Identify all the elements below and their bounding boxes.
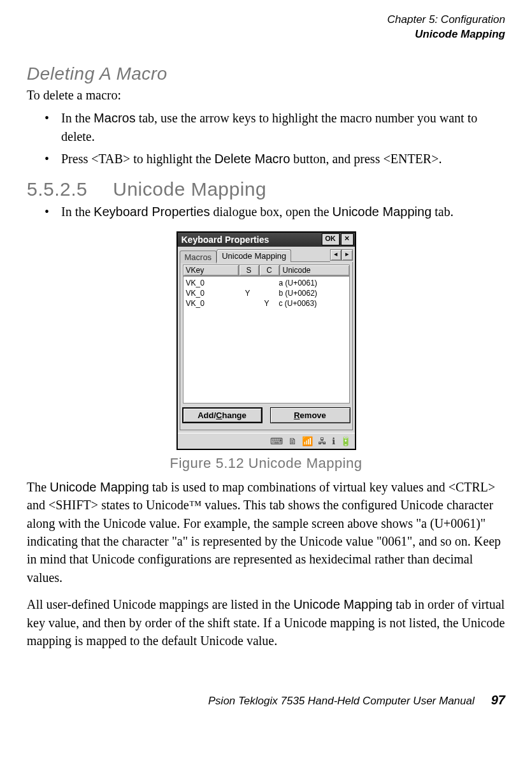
header-topic: Unicode Mapping — [27, 27, 505, 42]
paragraph-order: All user-defined Unicode mappings are li… — [27, 595, 505, 650]
tray-doc-icon[interactable]: 🗎 — [288, 436, 297, 446]
header-chapter: Chapter 5: Configuration — [27, 13, 505, 27]
keyboard-properties-dialog: Keyboard Properties OK × Macros Unicode … — [176, 231, 356, 450]
deleting-intro: To delete a macro: — [27, 88, 505, 103]
section-step: In the Keyboard Properties dialogue box,… — [27, 203, 505, 221]
ui-term: Keyboard Properties — [94, 205, 210, 219]
system-tray: ⌨ 🗎 📶 🖧 ℹ 🔋 — [178, 433, 355, 449]
ui-term: Delete Macro — [214, 152, 290, 166]
col-vkey[interactable]: VKey — [183, 265, 239, 276]
tab-strip: Macros Unicode Mapping ◂ ▸ — [178, 247, 355, 262]
tray-signal-icon[interactable]: 📶 — [302, 436, 313, 446]
ui-term: Unicode Mapping — [293, 597, 392, 611]
tab-unicode-mapping[interactable]: Unicode Mapping — [217, 249, 291, 262]
dialog-title: Keyboard Properties — [182, 235, 320, 245]
tray-battery-icon[interactable]: 🔋 — [340, 436, 351, 446]
table-row[interactable]: VK_0 Y c (U+0063) — [183, 298, 349, 309]
mapping-list[interactable]: VK_0 a (U+0061) VK_0 Y b (U+0062) VK_0 — [183, 276, 350, 403]
col-s[interactable]: S — [239, 265, 259, 276]
page-header: Chapter 5: Configuration Unicode Mapping — [27, 13, 505, 42]
heading-deleting-macro: Deleting A Macro — [27, 64, 505, 84]
figure-caption: Figure 5.12 Unicode Mapping — [169, 455, 362, 472]
deleting-steps: In the Macros tab, use the arrow keys to… — [27, 109, 505, 168]
close-button[interactable]: × — [341, 233, 354, 245]
page-footer: Psion Teklogix 7535 Hand-Held Computer U… — [27, 693, 505, 708]
remove-button[interactable]: Remove — [270, 407, 350, 423]
list-item: Press <TAB> to highlight the Delete Macr… — [61, 150, 505, 168]
ui-term: Unicode Mapping — [333, 205, 432, 219]
tab-scroll-left-icon[interactable]: ◂ — [330, 249, 341, 261]
tray-info-icon[interactable]: ℹ — [332, 436, 335, 446]
dialog-titlebar: Keyboard Properties OK × — [178, 233, 355, 247]
col-unicode[interactable]: Unicode — [280, 265, 350, 276]
paragraph-explain: The Unicode Mapping tab is used to map c… — [27, 478, 505, 586]
add-change-button[interactable]: Add/Change — [182, 407, 262, 423]
section-title: Unicode Mapping — [113, 178, 266, 200]
table-row[interactable]: VK_0 Y b (U+0062) — [183, 288, 349, 298]
column-headers: VKey S C Unicode — [183, 265, 350, 276]
page-number: 97 — [491, 693, 505, 708]
col-c[interactable]: C — [259, 265, 280, 276]
manual-title: Psion Teklogix 7535 Hand-Held Computer U… — [208, 695, 475, 708]
tab-macros[interactable]: Macros — [180, 251, 217, 263]
section-number: 5.5.2.5 — [27, 178, 87, 200]
ui-term: Macros — [94, 111, 136, 125]
ui-term: Unicode Mapping — [50, 480, 149, 494]
list-item: In the Keyboard Properties dialogue box,… — [61, 203, 505, 221]
ok-button[interactable]: OK — [322, 233, 340, 245]
tab-scroll-right-icon[interactable]: ▸ — [341, 249, 353, 261]
list-item: In the Macros tab, use the arrow keys to… — [61, 109, 505, 146]
tray-network-icon[interactable]: 🖧 — [318, 436, 327, 446]
tab-panel: VKey S C Unicode VK_0 a (U+0061) VK_0 Y — [180, 262, 353, 430]
table-row[interactable]: VK_0 a (U+0061) — [183, 278, 349, 288]
tray-keyboard-icon[interactable]: ⌨ — [270, 436, 283, 446]
